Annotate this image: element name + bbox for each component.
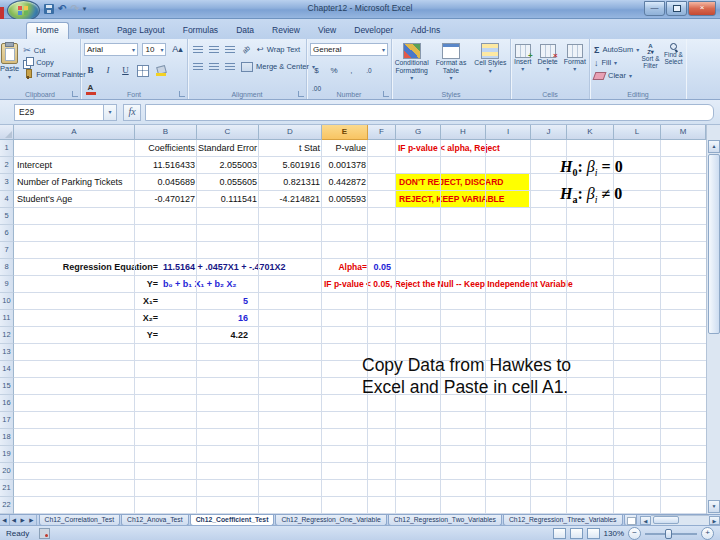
cell-H8[interactable]: 0.05 bbox=[354, 259, 391, 276]
sort-filter-button[interactable]: AZ▾ Sort & Filter bbox=[640, 43, 661, 85]
align-bottom-button[interactable] bbox=[223, 43, 236, 56]
column-header-D[interactable]: D bbox=[259, 125, 322, 140]
border-button[interactable] bbox=[136, 64, 150, 77]
row-header-5[interactable]: 5 bbox=[0, 208, 14, 225]
row-header-11[interactable]: 11 bbox=[0, 310, 14, 327]
row-header-14[interactable]: 14 bbox=[0, 361, 14, 378]
cell-A8[interactable]: Regression Equation= bbox=[18, 259, 158, 276]
font-dialog-launcher-icon[interactable] bbox=[179, 91, 185, 97]
column-header-H[interactable]: H bbox=[441, 125, 486, 140]
orientation-button[interactable]: ab bbox=[239, 43, 252, 56]
row-header-2[interactable]: 2 bbox=[0, 157, 14, 174]
cell-B11[interactable]: 16 bbox=[163, 310, 248, 327]
column-header-E[interactable]: E bbox=[322, 125, 368, 140]
number-format-select[interactable]: General▾ bbox=[310, 43, 388, 56]
ribbon-tab-page-layout[interactable]: Page Layout bbox=[108, 22, 174, 39]
column-header-L[interactable]: L bbox=[614, 125, 661, 140]
name-box[interactable]: E29 bbox=[14, 104, 104, 121]
column-header-B[interactable]: B bbox=[135, 125, 197, 140]
cell-B10[interactable]: 5 bbox=[163, 293, 248, 310]
cell-A2[interactable]: Intercept bbox=[17, 157, 52, 174]
ribbon-tab-developer[interactable]: Developer bbox=[345, 22, 402, 39]
row-header-8[interactable]: 8 bbox=[0, 259, 14, 276]
cell-E3[interactable]: 0.442872 bbox=[254, 174, 366, 191]
ribbon-tab-review[interactable]: Review bbox=[263, 22, 309, 39]
zoom-out-icon[interactable]: − bbox=[628, 527, 641, 540]
ribbon-tab-data[interactable]: Data bbox=[227, 22, 263, 39]
find-select-button[interactable]: Find & Select bbox=[663, 43, 684, 85]
row-header-9[interactable]: 9 bbox=[0, 276, 14, 293]
ribbon-tab-formulas[interactable]: Formulas bbox=[174, 22, 227, 39]
ribbon-tab-add-ins[interactable]: Add-Ins bbox=[402, 22, 449, 39]
insert-function-button[interactable]: fx bbox=[123, 104, 141, 121]
copy-button[interactable]: Copy bbox=[21, 56, 86, 68]
cell-E1[interactable]: P-value bbox=[254, 140, 366, 157]
cell-E2[interactable]: 0.001378 bbox=[254, 157, 366, 174]
row-header-13[interactable]: 13 bbox=[0, 344, 14, 361]
cell-B12[interactable]: 4.22 bbox=[163, 327, 248, 344]
row-header-16[interactable]: 16 bbox=[0, 395, 14, 412]
normal-view-button[interactable] bbox=[553, 528, 566, 539]
delete-cells-button[interactable]: × Delete▾ bbox=[538, 44, 558, 87]
cell-E4[interactable]: 0.005593 bbox=[254, 191, 366, 208]
bold-button[interactable]: B bbox=[84, 64, 97, 77]
insert-cells-button[interactable]: + Insert▾ bbox=[514, 44, 532, 87]
row-header-17[interactable]: 17 bbox=[0, 412, 14, 429]
scroll-right-icon[interactable]: ▶ bbox=[709, 516, 720, 525]
cell-A9[interactable]: Y= bbox=[18, 276, 158, 293]
formula-input[interactable] bbox=[145, 104, 714, 121]
row-header-4[interactable]: 4 bbox=[0, 191, 14, 208]
ribbon-tab-view[interactable]: View bbox=[309, 22, 345, 39]
vertical-scrollbar[interactable]: ▲ ▼ bbox=[706, 125, 720, 514]
cut-button[interactable]: ✂Cut bbox=[21, 44, 86, 56]
conditional-formatting-button[interactable]: Conditional Formatting▾ bbox=[394, 43, 430, 87]
page-layout-view-button[interactable] bbox=[570, 528, 583, 539]
currency-button[interactable]: $ bbox=[310, 64, 323, 77]
close-button[interactable]: × bbox=[688, 1, 716, 16]
font-size-select[interactable]: 10▾ bbox=[142, 43, 166, 56]
zoom-in-icon[interactable]: + bbox=[701, 527, 714, 540]
increase-decimal-button[interactable]: .0 bbox=[362, 64, 375, 77]
vertical-scroll-thumb[interactable] bbox=[708, 154, 720, 334]
percent-button[interactable]: % bbox=[327, 64, 340, 77]
select-all-corner[interactable] bbox=[0, 125, 14, 140]
cell-styles-button[interactable]: Cell Styles▾ bbox=[472, 43, 508, 87]
row-header-18[interactable]: 18 bbox=[0, 429, 14, 446]
cell-G4-decision[interactable]: REJECT, KEEP VARIABLE bbox=[396, 191, 529, 208]
fill-button[interactable]: ↓Fill▾ bbox=[592, 56, 638, 69]
ribbon-tab-insert[interactable]: Insert bbox=[69, 22, 108, 39]
cell-A12[interactable]: Y= bbox=[18, 327, 158, 344]
horizontal-scroll-thumb[interactable] bbox=[653, 516, 679, 524]
cell-A11[interactable]: X₂= bbox=[18, 310, 158, 327]
clipboard-dialog-launcher-icon[interactable] bbox=[72, 91, 78, 97]
clear-button[interactable]: Clear▾ bbox=[592, 69, 638, 82]
align-right-button[interactable] bbox=[223, 60, 236, 73]
minimize-button[interactable]: — bbox=[644, 1, 665, 16]
column-header-M[interactable]: M bbox=[661, 125, 706, 140]
row-header-1[interactable]: 1 bbox=[0, 140, 14, 157]
cell-G3-decision[interactable]: DON'T REJECT, DISCARD bbox=[396, 174, 529, 191]
row-header-6[interactable]: 6 bbox=[0, 225, 14, 242]
column-header-J[interactable]: J bbox=[531, 125, 567, 140]
column-header-A[interactable]: A bbox=[14, 125, 135, 140]
row-header-19[interactable]: 19 bbox=[0, 446, 14, 463]
cell-G9[interactable]: IF p-value < 0.05, Reject the Null -- Ke… bbox=[324, 276, 573, 293]
grow-font-button[interactable]: A▴ bbox=[171, 43, 184, 56]
row-header-21[interactable]: 21 bbox=[0, 480, 14, 497]
cell-B9[interactable]: b₀ + b₁ X₁ + b₂ X₂ bbox=[163, 276, 237, 293]
font-name-select[interactable]: Arial▾ bbox=[84, 43, 138, 56]
ribbon-tab-home[interactable]: Home bbox=[26, 22, 69, 39]
column-header-F[interactable]: F bbox=[368, 125, 396, 140]
paste-button[interactable]: Paste ▾ bbox=[0, 41, 19, 87]
row-header-10[interactable]: 10 bbox=[0, 293, 14, 310]
fill-color-button[interactable] bbox=[155, 64, 168, 77]
format-painter-button[interactable]: Format Painter bbox=[21, 68, 86, 80]
page-break-view-button[interactable] bbox=[587, 528, 600, 539]
underline-button[interactable]: U bbox=[119, 64, 132, 77]
name-box-dropdown-icon[interactable]: ▾ bbox=[104, 104, 117, 121]
zoom-slider[interactable] bbox=[645, 533, 697, 535]
scroll-left-icon[interactable]: ◀ bbox=[640, 516, 651, 525]
autosum-button[interactable]: ΣAutoSum▾ bbox=[592, 43, 638, 56]
column-header-I[interactable]: I bbox=[486, 125, 531, 140]
row-header-20[interactable]: 20 bbox=[0, 463, 14, 480]
